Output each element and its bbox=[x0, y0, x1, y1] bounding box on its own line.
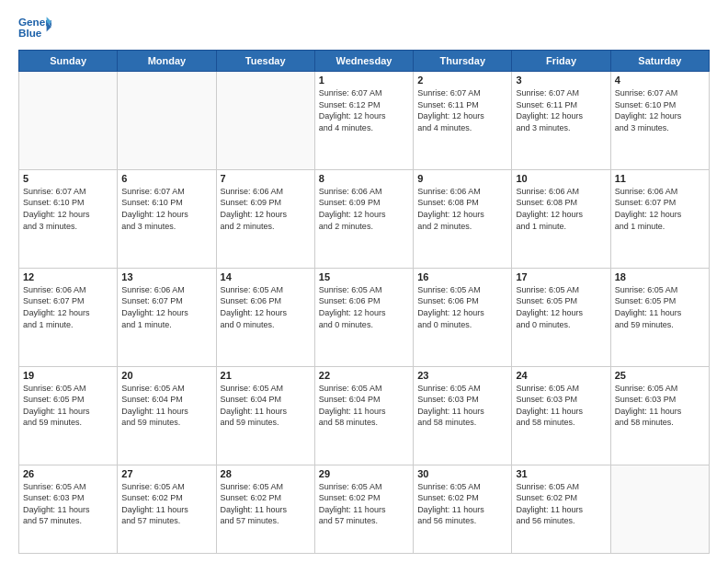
day-number: 9 bbox=[417, 173, 507, 184]
calendar-cell: 21Sunrise: 6:05 AM Sunset: 6:04 PM Dayli… bbox=[216, 366, 314, 465]
day-number: 20 bbox=[121, 370, 211, 381]
day-info: Sunrise: 6:07 AM Sunset: 6:10 PM Dayligh… bbox=[121, 186, 211, 232]
calendar-cell: 18Sunrise: 6:05 AM Sunset: 6:05 PM Dayli… bbox=[610, 268, 709, 366]
calendar-cell: 11Sunrise: 6:06 AM Sunset: 6:07 PM Dayli… bbox=[610, 169, 709, 268]
day-info: Sunrise: 6:05 AM Sunset: 6:03 PM Dayligh… bbox=[516, 383, 606, 429]
calendar-cell: 25Sunrise: 6:05 AM Sunset: 6:03 PM Dayli… bbox=[610, 366, 709, 465]
calendar: SundayMondayTuesdayWednesdayThursdayFrid… bbox=[18, 50, 710, 554]
day-number: 14 bbox=[221, 271, 311, 282]
weekday-header: Monday bbox=[118, 51, 216, 72]
calendar-cell: 24Sunrise: 6:05 AM Sunset: 6:03 PM Dayli… bbox=[512, 366, 610, 465]
day-info: Sunrise: 6:06 AM Sunset: 6:07 PM Dayligh… bbox=[121, 284, 211, 330]
day-info: Sunrise: 6:05 AM Sunset: 6:03 PM Dayligh… bbox=[417, 383, 507, 429]
day-info: Sunrise: 6:05 AM Sunset: 6:04 PM Dayligh… bbox=[121, 383, 211, 429]
day-info: Sunrise: 6:05 AM Sunset: 6:06 PM Dayligh… bbox=[221, 284, 311, 330]
day-number: 17 bbox=[516, 271, 606, 282]
day-info: Sunrise: 6:05 AM Sunset: 6:02 PM Dayligh… bbox=[319, 481, 409, 527]
calendar-row: 5Sunrise: 6:07 AM Sunset: 6:10 PM Daylig… bbox=[19, 169, 710, 268]
day-info: Sunrise: 6:05 AM Sunset: 6:04 PM Dayligh… bbox=[221, 383, 311, 429]
day-number: 15 bbox=[319, 271, 409, 282]
day-number: 10 bbox=[516, 173, 606, 184]
day-info: Sunrise: 6:06 AM Sunset: 6:07 PM Dayligh… bbox=[23, 284, 113, 330]
day-number: 19 bbox=[23, 370, 113, 381]
day-info: Sunrise: 6:05 AM Sunset: 6:02 PM Dayligh… bbox=[516, 481, 606, 527]
day-info: Sunrise: 6:05 AM Sunset: 6:02 PM Dayligh… bbox=[121, 481, 211, 527]
day-info: Sunrise: 6:05 AM Sunset: 6:05 PM Dayligh… bbox=[23, 383, 113, 429]
day-number: 13 bbox=[121, 271, 211, 282]
calendar-cell: 30Sunrise: 6:05 AM Sunset: 6:02 PM Dayli… bbox=[414, 465, 512, 554]
day-number: 31 bbox=[516, 468, 606, 479]
calendar-cell: 14Sunrise: 6:05 AM Sunset: 6:06 PM Dayli… bbox=[216, 268, 314, 366]
calendar-cell: 9Sunrise: 6:06 AM Sunset: 6:08 PM Daylig… bbox=[414, 169, 512, 268]
day-info: Sunrise: 6:06 AM Sunset: 6:09 PM Dayligh… bbox=[319, 186, 409, 232]
calendar-cell: 28Sunrise: 6:05 AM Sunset: 6:02 PM Dayli… bbox=[216, 465, 314, 554]
calendar-cell bbox=[216, 72, 314, 170]
calendar-cell: 12Sunrise: 6:06 AM Sunset: 6:07 PM Dayli… bbox=[19, 268, 118, 366]
calendar-row: 26Sunrise: 6:05 AM Sunset: 6:03 PM Dayli… bbox=[19, 465, 710, 554]
calendar-cell: 4Sunrise: 6:07 AM Sunset: 6:10 PM Daylig… bbox=[610, 72, 709, 170]
weekday-header: Tuesday bbox=[216, 51, 314, 72]
calendar-cell: 31Sunrise: 6:05 AM Sunset: 6:02 PM Dayli… bbox=[512, 465, 610, 554]
calendar-cell: 22Sunrise: 6:05 AM Sunset: 6:04 PM Dayli… bbox=[314, 366, 413, 465]
calendar-cell: 6Sunrise: 6:07 AM Sunset: 6:10 PM Daylig… bbox=[118, 169, 216, 268]
day-info: Sunrise: 6:05 AM Sunset: 6:05 PM Dayligh… bbox=[615, 284, 705, 330]
weekday-header: Sunday bbox=[19, 51, 118, 72]
calendar-cell: 7Sunrise: 6:06 AM Sunset: 6:09 PM Daylig… bbox=[216, 169, 314, 268]
weekday-header: Wednesday bbox=[314, 51, 413, 72]
calendar-cell bbox=[118, 72, 216, 170]
page: General Blue SundayMondayTuesdayWednesda… bbox=[0, 0, 728, 563]
day-number: 25 bbox=[615, 370, 705, 381]
day-number: 27 bbox=[121, 468, 211, 479]
calendar-cell: 15Sunrise: 6:05 AM Sunset: 6:06 PM Dayli… bbox=[314, 268, 413, 366]
calendar-cell: 17Sunrise: 6:05 AM Sunset: 6:05 PM Dayli… bbox=[512, 268, 610, 366]
day-info: Sunrise: 6:05 AM Sunset: 6:06 PM Dayligh… bbox=[319, 284, 409, 330]
day-number: 18 bbox=[615, 271, 705, 282]
day-info: Sunrise: 6:07 AM Sunset: 6:11 PM Dayligh… bbox=[417, 87, 507, 133]
calendar-cell: 8Sunrise: 6:06 AM Sunset: 6:09 PM Daylig… bbox=[314, 169, 413, 268]
calendar-cell: 29Sunrise: 6:05 AM Sunset: 6:02 PM Dayli… bbox=[314, 465, 413, 554]
calendar-cell: 2Sunrise: 6:07 AM Sunset: 6:11 PM Daylig… bbox=[414, 72, 512, 170]
day-number: 16 bbox=[417, 271, 507, 282]
day-number: 11 bbox=[615, 173, 705, 184]
day-info: Sunrise: 6:06 AM Sunset: 6:09 PM Dayligh… bbox=[221, 186, 311, 232]
day-number: 26 bbox=[23, 468, 113, 479]
day-number: 23 bbox=[417, 370, 507, 381]
calendar-cell: 27Sunrise: 6:05 AM Sunset: 6:02 PM Dayli… bbox=[118, 465, 216, 554]
day-number: 1 bbox=[319, 75, 409, 86]
weekday-header: Saturday bbox=[610, 51, 709, 72]
calendar-cell: 23Sunrise: 6:05 AM Sunset: 6:03 PM Dayli… bbox=[414, 366, 512, 465]
calendar-cell bbox=[610, 465, 709, 554]
calendar-cell: 26Sunrise: 6:05 AM Sunset: 6:03 PM Dayli… bbox=[19, 465, 118, 554]
day-info: Sunrise: 6:05 AM Sunset: 6:04 PM Dayligh… bbox=[319, 383, 409, 429]
header: General Blue bbox=[18, 15, 710, 40]
day-info: Sunrise: 6:05 AM Sunset: 6:06 PM Dayligh… bbox=[417, 284, 507, 330]
day-number: 7 bbox=[221, 173, 311, 184]
day-info: Sunrise: 6:07 AM Sunset: 6:10 PM Dayligh… bbox=[615, 87, 705, 133]
day-info: Sunrise: 6:07 AM Sunset: 6:10 PM Dayligh… bbox=[23, 186, 113, 232]
calendar-row: 1Sunrise: 6:07 AM Sunset: 6:12 PM Daylig… bbox=[19, 72, 710, 170]
svg-text:Blue: Blue bbox=[18, 27, 42, 39]
day-info: Sunrise: 6:05 AM Sunset: 6:02 PM Dayligh… bbox=[417, 481, 507, 527]
calendar-cell: 5Sunrise: 6:07 AM Sunset: 6:10 PM Daylig… bbox=[19, 169, 118, 268]
calendar-cell: 13Sunrise: 6:06 AM Sunset: 6:07 PM Dayli… bbox=[118, 268, 216, 366]
day-number: 5 bbox=[23, 173, 113, 184]
logo-icon: General Blue bbox=[18, 15, 51, 40]
day-number: 2 bbox=[417, 75, 507, 86]
day-number: 21 bbox=[221, 370, 311, 381]
day-info: Sunrise: 6:06 AM Sunset: 6:07 PM Dayligh… bbox=[615, 186, 705, 232]
calendar-row: 12Sunrise: 6:06 AM Sunset: 6:07 PM Dayli… bbox=[19, 268, 710, 366]
logo: General Blue bbox=[18, 15, 51, 40]
day-info: Sunrise: 6:05 AM Sunset: 6:02 PM Dayligh… bbox=[221, 481, 311, 527]
day-number: 28 bbox=[221, 468, 311, 479]
day-number: 29 bbox=[319, 468, 409, 479]
day-number: 30 bbox=[417, 468, 507, 479]
day-number: 4 bbox=[615, 75, 705, 86]
day-info: Sunrise: 6:05 AM Sunset: 6:05 PM Dayligh… bbox=[516, 284, 606, 330]
weekday-header: Thursday bbox=[414, 51, 512, 72]
day-info: Sunrise: 6:06 AM Sunset: 6:08 PM Dayligh… bbox=[516, 186, 606, 232]
day-number: 22 bbox=[319, 370, 409, 381]
calendar-cell: 3Sunrise: 6:07 AM Sunset: 6:11 PM Daylig… bbox=[512, 72, 610, 170]
day-info: Sunrise: 6:05 AM Sunset: 6:03 PM Dayligh… bbox=[23, 481, 113, 527]
day-number: 12 bbox=[23, 271, 113, 282]
calendar-row: 19Sunrise: 6:05 AM Sunset: 6:05 PM Dayli… bbox=[19, 366, 710, 465]
